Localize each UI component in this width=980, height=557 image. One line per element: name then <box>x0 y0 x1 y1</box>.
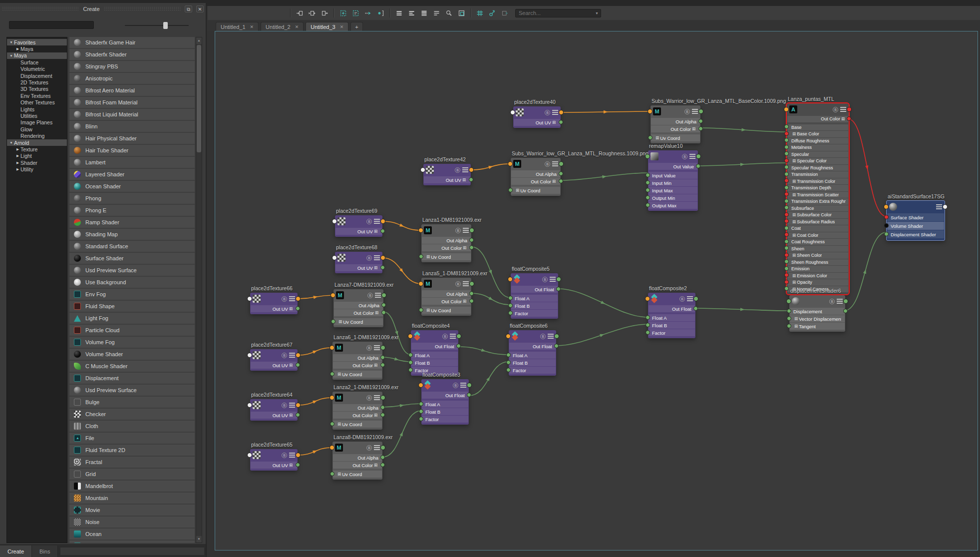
attr-row-out-uv[interactable]: Out UV⊞ <box>251 362 297 369</box>
input-port-dot[interactable] <box>645 154 650 159</box>
zoom-to-selection-button[interactable] <box>444 8 454 18</box>
list-item-bifrost-liquid-material[interactable]: Bifrost Liquid Material <box>69 109 195 120</box>
expand-icon[interactable]: ⊞ <box>655 135 659 140</box>
scrollbar-thumb[interactable] <box>197 45 201 152</box>
swatch-toggle-icon[interactable]: B <box>366 395 372 401</box>
list-item-env-fog[interactable]: Env Fog <box>69 289 195 300</box>
attr-row-out-uv[interactable]: Out UV⊞ <box>335 228 382 235</box>
display-mode-icon[interactable] <box>840 107 846 112</box>
disclosure-right-icon[interactable]: ▶ <box>15 47 20 51</box>
node-header[interactable]: MB <box>421 278 471 290</box>
graph-node-floatComposite3[interactable]: floatComposite3BOut FloatFloat AFloat BF… <box>421 379 469 425</box>
input-port-dot[interactable] <box>784 192 789 196</box>
display-mode-icon[interactable] <box>289 403 295 408</box>
expand-icon[interactable]: ⊞ <box>841 116 845 121</box>
list-item-hair-tube-shader[interactable]: Hair Tube Shader <box>69 145 195 156</box>
output-port-dot[interactable] <box>554 344 559 348</box>
list-item-shaderfx-game-hair[interactable]: Shaderfx Game Hair <box>69 37 195 48</box>
list-item-volume-fog[interactable]: Volume Fog <box>69 337 195 348</box>
attr-row-out-color[interactable]: Out Color⊞ <box>334 309 383 316</box>
graph-search-input[interactable] <box>515 9 601 17</box>
display-mode-icon[interactable] <box>548 334 554 339</box>
tree-item-utility[interactable]: ▶Utility <box>7 166 67 172</box>
tree-item-arnold[interactable]: ▼Arnold <box>7 139 67 146</box>
attr-row-out-alpha[interactable]: Out Alpha <box>334 302 383 309</box>
input-port-dot[interactable] <box>420 167 425 172</box>
expand-icon[interactable]: ⊞ <box>426 254 430 259</box>
swatch-toggle-icon[interactable]: B <box>545 110 550 115</box>
add-selected-to-graph-button[interactable] <box>338 8 348 18</box>
attr-row-uv-coord[interactable]: ⊞Uv Coord <box>333 471 382 478</box>
swatch-toggle-icon[interactable]: B <box>833 107 838 112</box>
output-port-dot[interactable] <box>380 405 385 410</box>
attr-row-volume-shader[interactable]: Volume Shader <box>887 222 944 230</box>
node-header[interactable]: B <box>250 449 298 461</box>
input-port-dot[interactable] <box>508 161 513 166</box>
graph-node-place2dTexture40[interactable]: place2dTexture40BOut UV⊞ <box>513 106 561 128</box>
expand-icon[interactable]: ⊞ <box>337 422 341 427</box>
output-port-dot[interactable] <box>296 403 301 408</box>
input-port-dot[interactable] <box>646 188 650 192</box>
tree-item-utilities[interactable]: Utilities <box>7 112 67 119</box>
attr-row-out-uv[interactable]: Out UV⊞ <box>514 119 560 126</box>
attr-row-transmission-depth[interactable]: Transmission Depth <box>787 185 848 191</box>
disclosure-right-icon[interactable]: ▶ <box>15 167 20 171</box>
node-header[interactable]: B <box>511 273 558 285</box>
graph-node-lanza2[interactable]: Lanza2_1-DM81921009.exrMBOut AlphaOut Co… <box>332 392 382 430</box>
attr-row-float-b[interactable]: Float B <box>411 359 458 366</box>
input-port-dot[interactable] <box>247 353 252 358</box>
expand-icon[interactable]: ⊞ <box>463 245 466 250</box>
graph-node-floatComposite2[interactable]: floatComposite2BOut FloatFloat AFloat BF… <box>648 293 695 338</box>
attr-row-output-max[interactable]: Output Max <box>649 202 697 209</box>
input-port-dot[interactable] <box>784 273 789 277</box>
input-port-dot[interactable] <box>331 319 335 324</box>
attr-row-factor[interactable]: Factor <box>649 329 695 336</box>
expand-icon[interactable]: ⊞ <box>792 212 796 217</box>
list-item-grid[interactable]: Grid <box>69 469 195 480</box>
graph-canvas[interactable]: place2dTexture40BOut UV⊞Subs_Warrior_low… <box>215 31 978 551</box>
display-mode-icon[interactable] <box>462 167 468 172</box>
attr-row-surface-shader[interactable]: Surface Shader <box>887 213 944 221</box>
attr-row-out-color[interactable]: Out Color⊞ <box>511 178 560 185</box>
display-mode-icon[interactable] <box>374 395 380 400</box>
output-port-dot[interactable] <box>296 463 300 467</box>
tree-item-lights[interactable]: Lights <box>7 106 67 112</box>
list-item-ramp-shader[interactable]: Ramp Shader <box>69 217 195 228</box>
panel-tab-bins[interactable]: Bins <box>32 546 58 557</box>
node-header[interactable]: B <box>421 379 469 391</box>
input-port-dot[interactable] <box>418 383 423 388</box>
input-port-dot[interactable] <box>646 195 650 200</box>
expand-icon[interactable]: ⊞ <box>792 179 796 184</box>
input-port-dot[interactable] <box>332 255 337 260</box>
input-port-dot[interactable] <box>508 296 513 300</box>
input-port-dot[interactable] <box>645 296 650 301</box>
graph-node-lanza7[interactable]: Lanza7-DM81921009.exrMBOut AlphaOut Colo… <box>333 289 383 327</box>
node-header[interactable] <box>887 201 945 213</box>
input-port-dot[interactable] <box>506 334 511 339</box>
attr-row-out-float[interactable]: Out Float <box>411 343 458 350</box>
search-dropdown-icon[interactable]: ▼ <box>595 11 599 15</box>
output-port-dot[interactable] <box>296 363 300 367</box>
node-header[interactable]: B <box>335 215 382 227</box>
graph-node-place2dTexture66[interactable]: place2dTexture66BOut UV⊞ <box>250 293 298 314</box>
list-item-mountain[interactable]: Mountain <box>69 493 195 504</box>
graph-node-lanza6[interactable]: Lanza6_1-DM81921009.exrMBOut AlphaOut Co… <box>332 342 382 380</box>
swatch-toggle-icon[interactable]: B <box>540 334 546 339</box>
swatch-toggle-icon[interactable]: B <box>282 453 287 458</box>
display-mode-icon[interactable] <box>687 296 693 301</box>
input-port-dot[interactable] <box>786 299 791 304</box>
expand-icon[interactable]: ⊞ <box>289 306 293 311</box>
graph-node-floatComposite4[interactable]: floatComposite4BOut FloatFloat AFloat BF… <box>411 330 458 376</box>
output-port-dot[interactable] <box>696 154 701 159</box>
grid-toggle-button[interactable] <box>475 8 485 18</box>
expand-icon[interactable]: ⊞ <box>337 472 341 477</box>
input-port-dot[interactable] <box>508 303 513 308</box>
show-input-connections-button[interactable] <box>295 8 305 18</box>
display-mode-icon[interactable] <box>463 228 469 233</box>
attr-row-uv-coord[interactable]: ⊞Uv Coord <box>333 421 382 428</box>
list-item-checker[interactable]: Checker <box>69 409 195 420</box>
output-port-dot[interactable] <box>467 393 471 397</box>
input-port-dot[interactable] <box>784 178 789 183</box>
list-item-usd-preview-surface[interactable]: Usd Preview Surface <box>69 385 195 396</box>
node-header[interactable]: MB <box>511 158 561 170</box>
